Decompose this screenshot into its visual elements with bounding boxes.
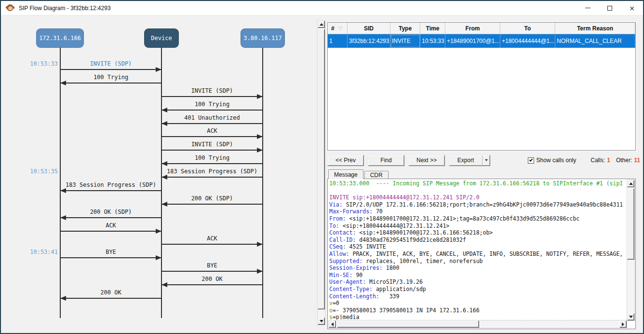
message-label: INVITE (SDP)	[161, 87, 263, 94]
endpoint-box: 3.80.16.117	[241, 28, 285, 48]
tab-cdr[interactable]: CDR	[364, 171, 389, 179]
message-vertical-scrollbar[interactable]	[627, 180, 635, 321]
column-header-type[interactable]: Type	[390, 23, 420, 34]
maximize-button[interactable]	[599, 1, 621, 15]
arrowhead-icon	[161, 161, 167, 166]
message-line: Content-Length: 339	[329, 293, 626, 300]
message-timestamp: 10:53:41	[20, 249, 58, 255]
table-cell: NORMAL_CALL_CLEAR	[555, 34, 635, 48]
diagram-message[interactable]: INVITE (SDP)	[161, 87, 263, 98]
diagram-message[interactable]: 183 Session Progress (SDP)	[60, 181, 161, 192]
message-arrow-line	[161, 244, 263, 245]
minimize-button[interactable]	[577, 1, 599, 15]
message-arrow-line	[161, 163, 263, 164]
diagram-message[interactable]: 100 Trying	[161, 101, 263, 111]
scroll-right-button[interactable]	[619, 320, 627, 328]
arrowhead-icon	[60, 296, 66, 301]
diagram-message[interactable]: INVITE (SDP)	[161, 141, 263, 152]
other-count-value: 11	[634, 157, 640, 164]
close-button[interactable]: ×	[621, 1, 643, 15]
column-header-time[interactable]: Time	[420, 23, 445, 34]
message-arrow-line	[60, 231, 161, 232]
table-row[interactable]: 13f32bb:12:4293INVITE10:53:33+1848900170…	[328, 34, 635, 48]
diagram-message[interactable]: 200 OK (SDP)	[60, 209, 161, 219]
message-arrow-line	[161, 136, 263, 137]
message-label: 183 Session Progress (SDP)	[60, 181, 161, 188]
find-button[interactable]: Find	[368, 155, 404, 166]
scroll-up-button[interactable]	[318, 21, 325, 28]
diagram-message[interactable]: 100 Trying	[60, 74, 161, 84]
diagram-message[interactable]: 183 Session Progress (SDP)	[161, 168, 263, 179]
message-line: CSeq: 4525 INVITE	[329, 243, 626, 250]
message-horizontal-scrollbar[interactable]	[328, 320, 627, 328]
diagram-message[interactable]: 200 OK (SDP)	[161, 195, 263, 206]
message-label: 100 Trying	[60, 74, 161, 81]
export-dropdown[interactable]	[482, 155, 490, 166]
checkmark-icon	[529, 158, 533, 162]
arrow-right-icon	[622, 322, 624, 326]
endpoint-box: 172.31.6.166	[36, 28, 84, 48]
prev-button[interactable]: << Prev	[327, 155, 364, 166]
arrowhead-icon	[156, 67, 161, 72]
arrowhead-icon	[156, 255, 161, 260]
diagram-scrollbar[interactable]	[317, 20, 325, 325]
table-cell: +18489001700@1...	[445, 34, 500, 48]
diagram-message[interactable]: ACK	[60, 222, 161, 233]
tab-message[interactable]: Message	[328, 169, 363, 179]
message-line: Contact: <sip:+18489001700@172.31.6.166:…	[329, 229, 626, 237]
message-line: Via: SIP/2.0/UDP 172.31.6.166:56218;rpor…	[329, 201, 626, 209]
scroll-down-button[interactable]	[627, 313, 634, 320]
diagram-message[interactable]: INVITE (SDP)	[60, 60, 161, 71]
message-arrow-line	[161, 110, 263, 111]
message-arrow-line	[60, 83, 161, 84]
arrowhead-icon	[161, 282, 167, 287]
scroll-down-button[interactable]	[318, 318, 325, 325]
diagram-message[interactable]: ACK	[161, 235, 263, 246]
diagram-message[interactable]: BYE	[161, 262, 263, 273]
diagram-message[interactable]: 200 OK	[60, 289, 161, 300]
dropdown-arrow-icon	[485, 159, 488, 161]
toolbar: << Prev Find Next >> Export Show calls o…	[327, 154, 641, 166]
message-label: INVITE (SDP)	[161, 141, 263, 148]
export-button[interactable]: Export	[449, 155, 490, 166]
message-timestamp: 10:53:35	[20, 168, 58, 175]
message-timestamp: 10:53:33	[20, 60, 58, 67]
message-label: ACK	[60, 222, 161, 229]
column-header--[interactable]: #▽	[328, 23, 348, 34]
column-header-to[interactable]: To	[500, 23, 555, 34]
arrowhead-icon	[257, 269, 263, 274]
diagram-message[interactable]: BYE	[60, 249, 161, 259]
message-arrow-line	[60, 69, 161, 70]
show-calls-only-label: Show calls only	[537, 157, 577, 164]
monkey-app-icon	[6, 4, 14, 13]
diagram-message[interactable]: 100 Trying	[161, 154, 263, 165]
column-header-from[interactable]: From	[445, 23, 500, 34]
message-label: INVITE (SDP)	[60, 60, 161, 67]
column-header-sid[interactable]: SID	[348, 23, 390, 34]
show-calls-only-checkbox[interactable]	[528, 157, 534, 164]
diagram-message[interactable]: 200 OK	[161, 276, 263, 286]
message-scrollbar-thumb[interactable]	[627, 188, 634, 260]
message-line: Min-SE: 90	[329, 272, 626, 279]
calls-table: #▽SIDTypeTimeFromToTerm Reason 13f32bb:1…	[327, 22, 636, 151]
column-header-term-reason[interactable]: Term Reason	[555, 23, 635, 34]
diagram-scrollbar-thumb[interactable]	[318, 29, 325, 309]
diagram-message[interactable]: ACK	[161, 127, 263, 138]
scroll-left-button[interactable]	[329, 320, 336, 328]
minimize-icon	[585, 8, 590, 8]
message-arrow-line	[161, 204, 263, 205]
arrow-up-icon	[320, 23, 323, 26]
table-cell: 1	[328, 34, 348, 48]
arrow-up-icon	[629, 182, 633, 185]
message-line: User-Agent: MicroSIP/3.19.26	[329, 278, 626, 286]
message-hscrollbar-thumb[interactable]	[337, 320, 479, 328]
diagram-message[interactable]: 401 Unauthorized	[161, 114, 263, 125]
message-line: Max-Forwards: 70	[329, 208, 626, 215]
message-line: s=pjmedia	[329, 314, 626, 320]
next-button[interactable]: Next >>	[408, 155, 445, 166]
message-label: 100 Trying	[161, 154, 263, 161]
message-line: To: <sip:+18004444444@172.31.12.241>	[329, 223, 626, 230]
table-body: 13f32bb:12:4293INVITE10:53:33+1848900170…	[328, 34, 635, 48]
scroll-up-button[interactable]	[627, 180, 634, 187]
title-bar: SIP Flow Diagram - 3f32bb:12:4293 ×	[1, 1, 643, 15]
